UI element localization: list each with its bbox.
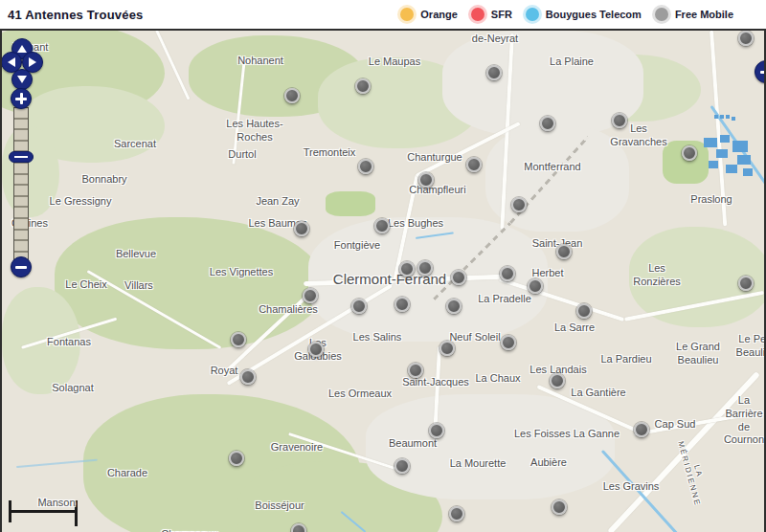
plus-icon <box>760 66 766 78</box>
antenna-marker[interactable] <box>612 113 627 128</box>
antenna-marker[interactable] <box>451 270 466 285</box>
antenna-marker[interactable] <box>358 159 373 174</box>
operator-color-dot <box>400 8 414 21</box>
place-label: La Pradelle <box>478 293 531 306</box>
place-label: La Barrière de Cournon <box>724 394 764 447</box>
place-label: La Gantière <box>571 387 625 400</box>
legend-item[interactable]: Orange <box>400 8 458 21</box>
place-label: La Plaine <box>550 55 594 69</box>
operator-name: SFR <box>491 9 512 20</box>
antenna-marker[interactable] <box>486 65 502 80</box>
antenna-marker[interactable] <box>308 342 324 357</box>
antenna-marker[interactable] <box>501 335 516 350</box>
zoom-in-button[interactable] <box>11 88 32 109</box>
place-label: Cap Sud <box>655 418 696 432</box>
antenna-marker[interactable] <box>408 363 423 378</box>
results-count-title: 41 Antennes Trouvées <box>8 8 144 22</box>
antenna-marker[interactable] <box>449 506 464 521</box>
secondary-zoom-in-button[interactable] <box>755 60 766 83</box>
minus-icon <box>15 261 27 273</box>
antenna-marker[interactable] <box>528 278 543 294</box>
pan-down-button[interactable] <box>11 69 33 90</box>
antenna-marker[interactable] <box>682 145 697 161</box>
antenna-marker[interactable] <box>231 332 246 347</box>
place-label: Les Bughes <box>388 217 443 231</box>
legend-item[interactable]: Free Mobile <box>655 8 733 21</box>
place-label: Charade <box>107 467 147 480</box>
antenna-marker[interactable] <box>429 423 444 438</box>
antenna-marker[interactable] <box>294 221 309 236</box>
antenna-marker[interactable] <box>229 451 244 466</box>
antenna-marker[interactable] <box>303 288 318 303</box>
antenna-marker[interactable] <box>374 218 390 233</box>
antenna-marker[interactable] <box>466 157 482 172</box>
antenna-marker[interactable] <box>418 172 434 188</box>
antenna-marker[interactable] <box>634 422 649 437</box>
zoom-slider-track[interactable] <box>13 107 29 262</box>
antenna-marker[interactable] <box>394 458 410 474</box>
place-label: Neuf Soleil <box>449 331 500 344</box>
place-label: Boisséjour <box>255 499 304 513</box>
operator-color-dot <box>471 8 484 21</box>
legend-item[interactable]: Bouygues Telecom <box>526 8 642 21</box>
place-label: Sarcenat <box>114 138 156 151</box>
antenna-marker[interactable] <box>446 299 462 314</box>
antenna-marker[interactable] <box>738 276 754 291</box>
place-label: La Pardieu <box>600 353 651 366</box>
operator-name: Orange <box>420 9 458 20</box>
antenna-marker[interactable] <box>284 88 300 103</box>
place-label: Champfleuri <box>409 184 465 197</box>
antenna-marker[interactable] <box>399 261 415 277</box>
place-label: Chanturgue <box>407 151 462 165</box>
place-label: Nohanent <box>237 55 283 68</box>
place-label: Manson <box>37 497 75 510</box>
place-label: La Sarre <box>554 321 595 335</box>
header-bar: 41 Antennes Trouvées Orange SFR Bouygues… <box>0 0 766 29</box>
antenna-marker[interactable] <box>576 303 592 319</box>
place-label: Le Cheix <box>65 278 106 292</box>
antenna-marker[interactable] <box>500 266 515 281</box>
map-canvas[interactable]: Ternant Nohanent Le Maupas de-Neyrat La … <box>0 29 766 532</box>
antenna-marker[interactable] <box>240 369 256 385</box>
zoom-slider-handle[interactable] <box>9 151 34 163</box>
place-label: Le Petit Beaulieu <box>736 333 766 360</box>
place-label: Montferrand <box>524 161 580 174</box>
antenna-marker[interactable] <box>351 299 367 314</box>
place-label: Gravenoire <box>271 441 323 454</box>
legend-item[interactable]: SFR <box>471 8 512 21</box>
place-label: Les Salins <box>353 331 402 344</box>
place-label: Les Ormeaux <box>328 388 392 401</box>
place-label: Le Gressigny <box>50 195 112 209</box>
place-label: Le Maupas <box>369 55 420 69</box>
zoom-out-button[interactable] <box>11 256 32 277</box>
antenna-marker[interactable] <box>556 244 572 259</box>
antenna-marker[interactable] <box>511 197 527 212</box>
operator-name: Free Mobile <box>675 9 733 20</box>
place-label: Les Hautes- Roches <box>226 118 282 144</box>
place-label: Le Grand Beaulieu <box>676 341 720 367</box>
place-label: de-Neyrat <box>472 33 518 46</box>
antenna-marker[interactable] <box>291 523 306 532</box>
antenna-marker[interactable] <box>439 341 455 356</box>
antenna-marker[interactable] <box>552 499 567 515</box>
place-label: La Chaux <box>475 372 520 386</box>
place-label: Praslong <box>690 193 732 207</box>
operator-color-dot <box>655 8 668 21</box>
place-label: Solagnat <box>52 382 93 395</box>
operator-name: Bouygues Telecom <box>546 9 642 20</box>
place-label: Fontgiève <box>334 239 380 253</box>
place-label: Fontanas <box>47 336 91 349</box>
antenna-marker[interactable] <box>550 373 565 388</box>
place-label: Villars <box>124 279 153 293</box>
antenna-marker[interactable] <box>738 31 754 46</box>
operator-legend: Orange SFR Bouygues Telecom Free Mobile <box>400 8 733 21</box>
operator-color-dot <box>526 8 539 21</box>
antenna-marker[interactable] <box>355 78 371 94</box>
place-label: Royat <box>211 365 238 378</box>
arrow-left-icon <box>8 57 15 67</box>
place-label: Tremonteix <box>304 146 356 160</box>
antenna-marker[interactable] <box>394 297 410 312</box>
antenna-marker[interactable] <box>417 260 433 276</box>
arrow-right-icon <box>29 57 36 67</box>
antenna-marker[interactable] <box>540 116 555 131</box>
